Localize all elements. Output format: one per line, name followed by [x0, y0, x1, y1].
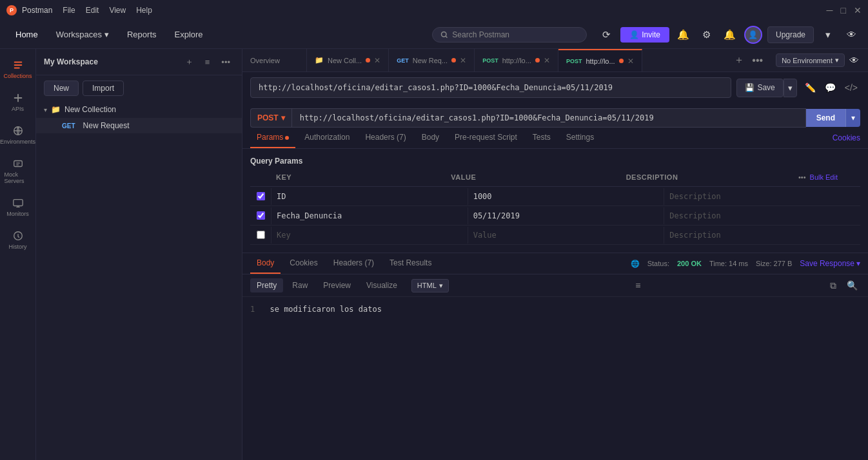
sidebar-item-apis[interactable]: APIs — [2, 87, 34, 117]
add-collection-button[interactable]: ＋ — [181, 54, 197, 70]
svg-rect-2 — [14, 62, 22, 63]
url-input[interactable] — [291, 108, 806, 128]
sidebar-item-mock-servers[interactable]: Mock Servers — [2, 153, 34, 189]
save-button[interactable]: 💾 Save — [736, 79, 783, 97]
menu-view[interactable]: View — [109, 6, 126, 15]
nav-explore[interactable]: Explore — [167, 26, 211, 43]
sidebar-item-history[interactable]: History — [2, 225, 34, 255]
code-icon[interactable]: </> — [842, 80, 860, 95]
upgrade-chevron-icon[interactable]: ▾ — [819, 26, 837, 44]
param-value-2[interactable] — [468, 207, 664, 224]
language-select[interactable]: HTML ▾ — [411, 279, 449, 292]
params-more-icon[interactable]: ••• — [798, 173, 806, 181]
nav-home[interactable]: Home — [8, 26, 46, 43]
nav-workspaces[interactable]: Workspaces ▾ — [48, 26, 117, 43]
tab-new-coll[interactable]: 📁 New Coll... ✕ — [307, 49, 389, 72]
tab-close-icon[interactable]: ✕ — [544, 56, 550, 65]
format-preview[interactable]: Preview — [317, 278, 357, 292]
tab-close-icon[interactable]: ✕ — [460, 56, 466, 65]
new-button[interactable]: New — [44, 81, 79, 96]
send-chevron-button[interactable]: ▾ — [845, 109, 860, 127]
comment-icon[interactable]: 💬 — [822, 80, 838, 95]
format-visualize[interactable]: Visualize — [360, 278, 404, 292]
collection-actions: ＋ ≡ ••• — [181, 54, 234, 70]
req-tab-tests[interactable]: Tests — [526, 128, 557, 148]
menu-help[interactable]: Help — [136, 6, 152, 15]
tab-post-2[interactable]: POST http://lo... ✕ — [558, 49, 642, 72]
save-chevron-button[interactable]: ▾ — [784, 79, 797, 97]
sidebar-item-environments[interactable]: Environments — [2, 120, 34, 150]
env-select[interactable]: No Environment ▾ — [776, 53, 845, 67]
param-value-1[interactable] — [468, 188, 664, 205]
resp-tab-cookies[interactable]: Cookies — [283, 253, 324, 274]
sidebar-item-collections[interactable]: Collections — [2, 54, 34, 84]
params-value-header: VALUE — [446, 171, 620, 184]
alerts-icon[interactable]: 🔔 — [721, 26, 739, 44]
param-checkbox-2[interactable] — [250, 206, 271, 225]
settings-icon[interactable]: ⚙ — [698, 26, 716, 44]
invite-button[interactable]: 👤 Invite — [620, 27, 669, 43]
history-icon — [12, 230, 24, 242]
nav-reports[interactable]: Reports — [119, 26, 164, 43]
close-button[interactable]: ✕ — [854, 5, 862, 15]
param-description-1[interactable] — [664, 188, 860, 205]
param-value-empty[interactable] — [468, 227, 664, 244]
more-tabs-button[interactable]: ••• — [749, 53, 765, 68]
more-options-icon[interactable]: ••• — [217, 55, 234, 69]
word-wrap-icon[interactable]: ≡ — [633, 279, 643, 292]
req-tab-headers[interactable]: Headers (7) — [359, 128, 412, 148]
response-tabs-bar: Body Cookies Headers (7) Test Results 🌐 … — [242, 253, 868, 274]
req-tab-authorization[interactable]: Authorization — [298, 128, 356, 148]
resp-tab-test-results[interactable]: Test Results — [383, 253, 438, 274]
param-key-1[interactable] — [271, 188, 468, 205]
param-description-2[interactable] — [664, 207, 860, 224]
param-checkbox-empty[interactable] — [250, 225, 271, 244]
tab-overview[interactable]: Overview — [242, 49, 307, 72]
request-item-new-request[interactable]: GET New Request — [36, 118, 242, 133]
param-checkbox-1[interactable] — [250, 187, 271, 206]
sort-icon[interactable]: ≡ — [201, 55, 214, 69]
maximize-button[interactable]: □ — [841, 5, 846, 15]
tab-close-icon[interactable]: ✕ — [374, 56, 380, 65]
env-label: No Environment — [782, 57, 833, 64]
cookies-link[interactable]: Cookies — [833, 133, 860, 142]
save-response-button[interactable]: Save Response ▾ — [800, 259, 860, 268]
param-description-empty[interactable] — [664, 227, 860, 244]
search-in-body-icon[interactable]: 🔍 — [844, 279, 860, 292]
eye-icon[interactable]: 👁 — [842, 26, 860, 44]
search-bar[interactable]: Search Postman — [432, 27, 587, 43]
import-button[interactable]: Import — [83, 81, 124, 96]
format-pretty[interactable]: Pretty — [250, 278, 283, 292]
collections-icon — [12, 59, 24, 71]
resp-tab-body[interactable]: Body — [250, 253, 281, 274]
eye-toggle-button[interactable]: 👁 — [845, 52, 863, 70]
collection-new-collection[interactable]: ▾ 📁 New Collection — [36, 101, 242, 118]
resp-tab-headers[interactable]: Headers (7) — [327, 253, 380, 274]
req-tab-settings[interactable]: Settings — [560, 128, 600, 148]
avatar[interactable]: 👤 — [744, 26, 762, 44]
req-tab-params[interactable]: Params — [250, 128, 295, 148]
bulk-edit-button[interactable]: Bulk Edit — [810, 173, 838, 181]
req-tab-body[interactable]: Body — [415, 128, 446, 148]
add-tab-button[interactable]: ＋ — [731, 52, 747, 68]
param-key-2[interactable] — [271, 207, 468, 224]
minimize-button[interactable]: ─ — [827, 5, 833, 15]
sidebar-item-monitors[interactable]: Monitors — [2, 192, 34, 222]
param-key-empty[interactable] — [271, 227, 468, 244]
status-label: Status: — [647, 260, 669, 267]
menu-edit[interactable]: Edit — [86, 6, 99, 15]
method-select[interactable]: POST ▾ — [250, 108, 291, 128]
sync-icon[interactable]: ⟳ — [597, 26, 615, 44]
menu-file[interactable]: File — [63, 6, 75, 15]
tab-get-req[interactable]: GET New Req... ✕ — [389, 49, 475, 72]
notifications-icon[interactable]: 🔔 — [675, 26, 693, 44]
req-tab-pre-request[interactable]: Pre-request Script — [448, 128, 524, 148]
format-raw[interactable]: Raw — [286, 278, 314, 292]
tab-close-icon[interactable]: ✕ — [627, 57, 634, 66]
upgrade-button[interactable]: Upgrade — [767, 26, 814, 43]
copy-icon[interactable]: ⧉ — [827, 279, 839, 292]
tab-post-1[interactable]: POST http://lo... ✕ — [475, 49, 558, 72]
send-button[interactable]: Send — [806, 109, 845, 127]
edit-icon[interactable]: ✏️ — [802, 80, 818, 95]
tab-post-2-label: http://lo... — [586, 57, 615, 65]
